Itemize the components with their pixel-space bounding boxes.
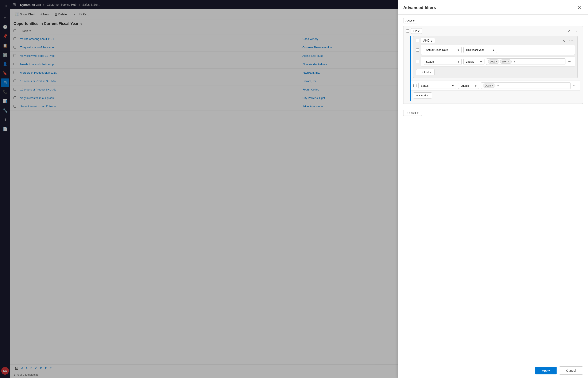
inner-add-plus-icon: + bbox=[419, 71, 421, 74]
filter-footer: Apply Cancel bbox=[398, 363, 588, 378]
inner-more-button[interactable]: ··· bbox=[568, 38, 575, 43]
outer-add-button[interactable]: + + Add ∨ bbox=[413, 92, 432, 98]
cond1-operator-label: This fiscal year bbox=[466, 48, 484, 52]
filter-panel: Advanced filters ✕ AND ∨ Or ∨ ⤢ bbox=[398, 0, 588, 378]
cond1-field-label: Actual Close Date bbox=[426, 48, 448, 52]
tag-won-label: Won bbox=[502, 60, 507, 63]
top-and-label: AND bbox=[406, 19, 412, 22]
tag-lost-label: Lost bbox=[490, 60, 495, 63]
inner-connector-container: AND ∨ ⤡ ··· bbox=[410, 36, 580, 101]
inner-add-button[interactable]: + + Add ∨ bbox=[416, 69, 435, 75]
outer-cond-operator-select[interactable]: Equals ∨ bbox=[458, 83, 479, 89]
cond2-container: Status ∨ Equals ∨ Los bbox=[421, 56, 575, 67]
top-and-chevron-icon: ∨ bbox=[413, 19, 415, 22]
tag-open: Open × bbox=[483, 83, 495, 88]
condition-2-row: Status ∨ Equals ∨ Los bbox=[416, 56, 575, 67]
inner-content: AND ∨ ⤡ ··· bbox=[411, 36, 580, 101]
cond2-operator-chevron-icon: ∨ bbox=[480, 60, 482, 63]
tag-lost-remove[interactable]: × bbox=[496, 60, 497, 63]
outer-add-chevron-icon: ∨ bbox=[427, 94, 429, 97]
top-add-chevron-icon: ∨ bbox=[417, 111, 419, 114]
top-add-button[interactable]: + + Add ∨ bbox=[403, 110, 422, 116]
outer-tag-container-chevron-icon[interactable]: ∨ bbox=[497, 84, 499, 87]
outer-cond-more-button[interactable]: ··· bbox=[572, 83, 577, 88]
filter-body: AND ∨ Or ∨ ⤢ ··· bbox=[398, 14, 588, 363]
cond2-checkbox[interactable] bbox=[416, 60, 419, 63]
cond2-field-chevron-icon: ∨ bbox=[457, 60, 459, 63]
cond2-field-label: Status bbox=[426, 60, 434, 63]
filter-overlay: Advanced filters ✕ AND ∨ Or ∨ ⤢ bbox=[0, 0, 588, 378]
cond1-more-button[interactable]: ··· bbox=[499, 47, 504, 53]
outer-cond-operator-label: Equals bbox=[460, 84, 469, 87]
tag-lost: Lost × bbox=[488, 59, 499, 64]
inner-group-operator-label: AND bbox=[423, 39, 430, 42]
cond2-value-container[interactable]: Lost × Won × ∨ bbox=[486, 58, 565, 65]
tag-container-chevron-icon[interactable]: ∨ bbox=[513, 60, 515, 63]
top-and-selector[interactable]: AND ∨ bbox=[403, 18, 417, 23]
outer-or-group: Or ∨ ⤢ ··· bbox=[403, 26, 583, 104]
tag-open-label: Open bbox=[485, 84, 491, 87]
inner-group-selector[interactable]: AND ∨ bbox=[421, 38, 435, 43]
cancel-button[interactable]: Cancel bbox=[559, 366, 583, 375]
outer-cond-checkbox[interactable] bbox=[413, 84, 417, 87]
inner-expand-button[interactable]: ⤡ bbox=[561, 38, 566, 43]
cond1-operator-select[interactable]: This fiscal year ∨ bbox=[463, 47, 497, 53]
outer-group-checkbox[interactable] bbox=[406, 29, 409, 33]
tag-won: Won × bbox=[500, 59, 512, 64]
outer-condition-row: Status ∨ Equals ∨ Open × bbox=[411, 81, 580, 91]
outer-cond-operator-chevron-icon: ∨ bbox=[475, 84, 477, 87]
or-chevron-icon: ∨ bbox=[418, 29, 420, 33]
filter-header: Advanced filters ✕ bbox=[398, 0, 588, 14]
outer-cond-field-select[interactable]: Status ∨ bbox=[418, 83, 456, 89]
inner-add-chevron-icon: ∨ bbox=[429, 71, 431, 74]
condition-1-row: Actual Close Date ∨ This fiscal year ∨ ·… bbox=[416, 45, 575, 55]
cond1-checkbox[interactable] bbox=[416, 48, 419, 52]
apply-button[interactable]: Apply bbox=[535, 367, 557, 374]
inner-add-label: + Add bbox=[422, 71, 429, 74]
outer-cond-field-chevron-icon: ∨ bbox=[452, 84, 454, 87]
inner-group-checkbox[interactable] bbox=[416, 39, 419, 42]
outer-cond-value-container[interactable]: Open × ∨ bbox=[481, 82, 571, 89]
outer-add-plus-icon: + bbox=[416, 94, 418, 97]
cond1-operator-chevron-icon: ∨ bbox=[493, 48, 495, 52]
outer-group-actions: ⤢ ··· bbox=[566, 28, 580, 34]
inner-and-chevron-icon: ∨ bbox=[430, 39, 433, 42]
outer-group-selector[interactable]: Or ∨ bbox=[411, 28, 422, 34]
inner-group-actions: ⤡ ··· bbox=[561, 38, 575, 43]
outer-cond-field-label: Status bbox=[421, 84, 428, 87]
top-add-label: + Add bbox=[409, 111, 416, 114]
cond1-container: Actual Close Date ∨ This fiscal year ∨ ·… bbox=[421, 45, 575, 55]
tag-won-remove[interactable]: × bbox=[508, 60, 509, 63]
inner-group-header: AND ∨ ⤡ ··· bbox=[413, 36, 577, 45]
cond1-field-select[interactable]: Actual Close Date ∨ bbox=[424, 47, 462, 53]
outer-add-label: + Add bbox=[419, 94, 426, 97]
outer-group-header: Or ∨ ⤢ ··· bbox=[403, 26, 583, 36]
top-add-plus-icon: + bbox=[406, 111, 408, 114]
outer-group-operator-label: Or bbox=[413, 29, 417, 33]
outer-expand-button[interactable]: ⤢ bbox=[566, 29, 572, 34]
cond2-operator-label: Equals bbox=[466, 60, 474, 63]
filter-close-button[interactable]: ✕ bbox=[576, 4, 583, 11]
filter-title: Advanced filters bbox=[403, 5, 436, 10]
outer-more-button[interactable]: ··· bbox=[573, 28, 580, 34]
cond1-field-chevron-icon: ∨ bbox=[457, 48, 459, 52]
cond2-more-button[interactable]: ··· bbox=[567, 59, 572, 64]
cond2-operator-select[interactable]: Equals ∨ bbox=[463, 59, 484, 65]
cond2-field-select[interactable]: Status ∨ bbox=[424, 59, 462, 65]
inner-and-group: AND ∨ ⤡ ··· bbox=[413, 36, 578, 78]
tag-open-remove[interactable]: × bbox=[492, 84, 493, 87]
